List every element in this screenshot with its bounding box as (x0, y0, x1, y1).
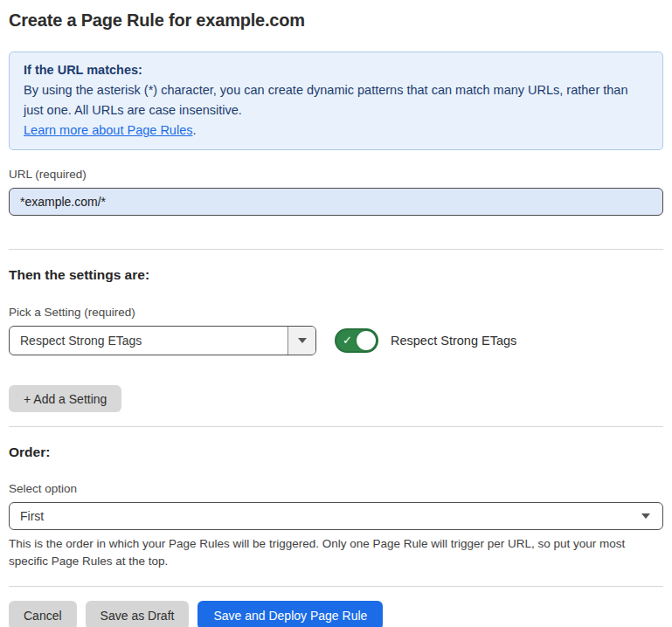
order-help-text: This is the order in which your Page Rul… (9, 535, 655, 570)
order-select-value: First (10, 509, 641, 523)
save-draft-button[interactable]: Save as Draft (86, 601, 190, 627)
info-box-link-line: Learn more about Page Rules. (24, 121, 648, 141)
page-title: Create a Page Rule for example.com (9, 10, 663, 31)
info-box-heading: If the URL matches: (24, 60, 648, 80)
toggle-knob (357, 331, 376, 350)
setting-select-value: Respect Strong ETags (10, 334, 288, 348)
footer-actions: Cancel Save as Draft Save and Deploy Pag… (9, 601, 663, 627)
order-select[interactable]: First (9, 502, 663, 530)
section-divider (9, 249, 663, 250)
create-page-rule-form: Create a Page Rule for example.com If th… (0, 10, 672, 627)
save-deploy-button[interactable]: Save and Deploy Page Rule (197, 601, 383, 627)
url-input[interactable] (9, 188, 663, 216)
footer-divider (9, 586, 663, 587)
link-period: . (192, 123, 196, 137)
cancel-button[interactable]: Cancel (9, 601, 77, 627)
pick-setting-label: Pick a Setting (required) (9, 306, 663, 319)
add-setting-button[interactable]: + Add a Setting (9, 385, 121, 412)
chevron-down-icon (641, 513, 650, 519)
info-box-body: By using the asterisk (*) character, you… (24, 80, 648, 121)
setting-select-arrow-button[interactable] (288, 327, 315, 355)
setting-select[interactable]: Respect Strong ETags (9, 326, 316, 355)
chevron-down-icon (298, 338, 307, 343)
order-select-label: Select option (9, 482, 663, 495)
url-field-label: URL (required) (9, 168, 663, 181)
learn-more-link[interactable]: Learn more about Page Rules (24, 123, 192, 137)
check-icon: ✓ (343, 334, 352, 346)
settings-section-heading: Then the settings are: (9, 267, 663, 283)
respect-etags-toggle[interactable]: ✓ (335, 328, 378, 353)
section-divider (9, 426, 663, 427)
setting-row: Respect Strong ETags ✓ Respect Strong ET… (9, 326, 663, 355)
url-match-info-box: If the URL matches: By using the asteris… (9, 52, 663, 150)
toggle-label: Respect Strong ETags (391, 334, 516, 348)
order-section-heading: Order: (9, 444, 663, 460)
